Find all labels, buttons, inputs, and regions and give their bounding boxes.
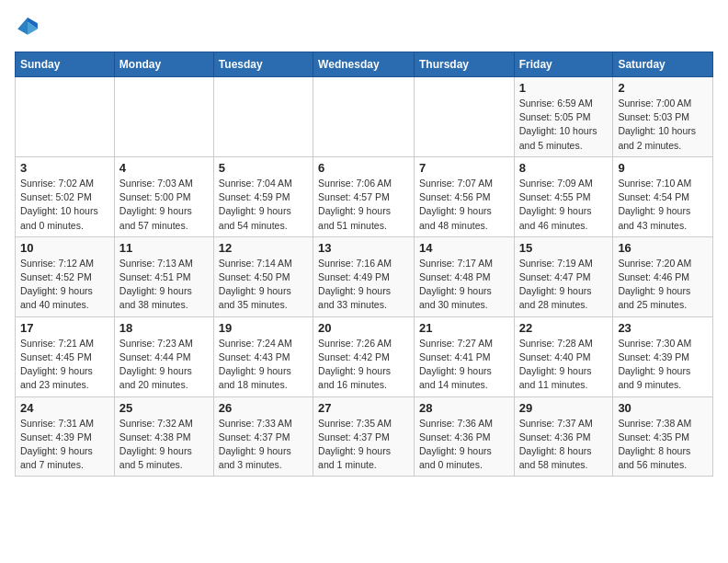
weekday-header: Saturday bbox=[613, 52, 713, 77]
calendar-day-cell: 7Sunrise: 7:07 AM Sunset: 4:56 PM Daylig… bbox=[414, 156, 514, 236]
day-info: Sunrise: 7:04 AM Sunset: 4:59 PM Dayligh… bbox=[219, 177, 308, 233]
calendar-day-cell: 21Sunrise: 7:27 AM Sunset: 4:41 PM Dayli… bbox=[414, 316, 514, 396]
calendar-day-cell: 20Sunrise: 7:26 AM Sunset: 4:42 PM Dayli… bbox=[313, 316, 415, 396]
calendar-day-cell: 9Sunrise: 7:10 AM Sunset: 4:54 PM Daylig… bbox=[613, 156, 713, 236]
day-info: Sunrise: 7:38 AM Sunset: 4:35 PM Dayligh… bbox=[618, 417, 708, 473]
calendar-day-cell bbox=[414, 77, 514, 157]
day-number: 28 bbox=[419, 401, 509, 415]
day-number: 5 bbox=[219, 161, 308, 175]
calendar-day-cell: 13Sunrise: 7:16 AM Sunset: 4:49 PM Dayli… bbox=[313, 236, 415, 316]
weekday-header: Monday bbox=[114, 52, 213, 77]
day-info: Sunrise: 7:02 AM Sunset: 5:02 PM Dayligh… bbox=[20, 177, 109, 233]
calendar-day-cell bbox=[16, 77, 115, 157]
calendar-day-cell: 19Sunrise: 7:24 AM Sunset: 4:43 PM Dayli… bbox=[213, 316, 313, 396]
day-info: Sunrise: 7:30 AM Sunset: 4:39 PM Dayligh… bbox=[618, 337, 708, 393]
calendar-day-cell: 26Sunrise: 7:33 AM Sunset: 4:37 PM Dayli… bbox=[213, 396, 313, 477]
day-info: Sunrise: 7:26 AM Sunset: 4:42 PM Dayligh… bbox=[318, 337, 409, 393]
calendar-day-cell: 15Sunrise: 7:19 AM Sunset: 4:47 PM Dayli… bbox=[514, 236, 613, 316]
day-info: Sunrise: 7:07 AM Sunset: 4:56 PM Dayligh… bbox=[419, 177, 509, 233]
calendar-day-cell: 30Sunrise: 7:38 AM Sunset: 4:35 PM Dayli… bbox=[613, 396, 713, 477]
day-info: Sunrise: 7:32 AM Sunset: 4:38 PM Dayligh… bbox=[119, 417, 209, 473]
calendar-day-cell: 10Sunrise: 7:12 AM Sunset: 4:52 PM Dayli… bbox=[16, 236, 115, 316]
calendar-day-cell: 8Sunrise: 7:09 AM Sunset: 4:55 PM Daylig… bbox=[514, 156, 613, 236]
weekday-header: Friday bbox=[514, 52, 613, 77]
day-number: 17 bbox=[20, 321, 109, 335]
calendar-day-cell bbox=[313, 77, 415, 157]
calendar-day-cell: 27Sunrise: 7:35 AM Sunset: 4:37 PM Dayli… bbox=[313, 396, 415, 477]
day-number: 26 bbox=[219, 401, 308, 415]
day-number: 8 bbox=[519, 161, 609, 175]
weekday-header-row: SundayMondayTuesdayWednesdayThursdayFrid… bbox=[16, 52, 713, 77]
calendar-day-cell: 29Sunrise: 7:37 AM Sunset: 4:36 PM Dayli… bbox=[514, 396, 613, 477]
calendar-week-row: 24Sunrise: 7:31 AM Sunset: 4:39 PM Dayli… bbox=[16, 396, 713, 477]
day-number: 22 bbox=[519, 321, 609, 335]
logo-icon bbox=[15, 15, 40, 40]
day-number: 7 bbox=[419, 161, 509, 175]
day-info: Sunrise: 6:59 AM Sunset: 5:05 PM Dayligh… bbox=[519, 97, 609, 153]
day-info: Sunrise: 7:00 AM Sunset: 5:03 PM Dayligh… bbox=[618, 97, 708, 153]
day-info: Sunrise: 7:14 AM Sunset: 4:50 PM Dayligh… bbox=[219, 257, 308, 313]
day-number: 27 bbox=[318, 401, 409, 415]
day-number: 14 bbox=[419, 241, 509, 255]
calendar-day-cell bbox=[114, 77, 213, 157]
day-number: 18 bbox=[119, 321, 209, 335]
day-info: Sunrise: 7:21 AM Sunset: 4:45 PM Dayligh… bbox=[20, 337, 109, 393]
day-number: 10 bbox=[20, 241, 109, 255]
day-number: 6 bbox=[318, 161, 409, 175]
day-info: Sunrise: 7:10 AM Sunset: 4:54 PM Dayligh… bbox=[618, 177, 708, 233]
day-number: 9 bbox=[618, 161, 708, 175]
day-number: 30 bbox=[618, 401, 708, 415]
day-number: 25 bbox=[119, 401, 209, 415]
calendar-day-cell: 28Sunrise: 7:36 AM Sunset: 4:36 PM Dayli… bbox=[414, 396, 514, 477]
day-info: Sunrise: 7:36 AM Sunset: 4:36 PM Dayligh… bbox=[419, 417, 509, 473]
day-info: Sunrise: 7:20 AM Sunset: 4:46 PM Dayligh… bbox=[618, 257, 708, 313]
day-number: 2 bbox=[618, 81, 708, 95]
day-info: Sunrise: 7:31 AM Sunset: 4:39 PM Dayligh… bbox=[20, 417, 109, 473]
calendar-table: SundayMondayTuesdayWednesdayThursdayFrid… bbox=[15, 52, 713, 477]
calendar-day-cell: 16Sunrise: 7:20 AM Sunset: 4:46 PM Dayli… bbox=[613, 236, 713, 316]
day-info: Sunrise: 7:23 AM Sunset: 4:44 PM Dayligh… bbox=[119, 337, 209, 393]
day-number: 12 bbox=[219, 241, 308, 255]
day-info: Sunrise: 7:12 AM Sunset: 4:52 PM Dayligh… bbox=[20, 257, 109, 313]
calendar-week-row: 10Sunrise: 7:12 AM Sunset: 4:52 PM Dayli… bbox=[16, 236, 713, 316]
svg-marker-2 bbox=[17, 17, 28, 35]
weekday-header: Wednesday bbox=[313, 52, 415, 77]
logo bbox=[15, 15, 42, 40]
day-number: 13 bbox=[318, 241, 409, 255]
day-number: 3 bbox=[20, 161, 109, 175]
calendar-day-cell: 25Sunrise: 7:32 AM Sunset: 4:38 PM Dayli… bbox=[114, 396, 213, 477]
day-info: Sunrise: 7:24 AM Sunset: 4:43 PM Dayligh… bbox=[219, 337, 308, 393]
weekday-header: Thursday bbox=[414, 52, 514, 77]
day-number: 21 bbox=[419, 321, 509, 335]
calendar-day-cell: 6Sunrise: 7:06 AM Sunset: 4:57 PM Daylig… bbox=[313, 156, 415, 236]
day-number: 4 bbox=[119, 161, 209, 175]
day-number: 29 bbox=[519, 401, 609, 415]
day-number: 19 bbox=[219, 321, 308, 335]
day-number: 15 bbox=[519, 241, 609, 255]
day-info: Sunrise: 7:13 AM Sunset: 4:51 PM Dayligh… bbox=[119, 257, 209, 313]
calendar-week-row: 17Sunrise: 7:21 AM Sunset: 4:45 PM Dayli… bbox=[16, 316, 713, 396]
day-number: 24 bbox=[20, 401, 109, 415]
day-number: 16 bbox=[618, 241, 708, 255]
calendar-day-cell: 5Sunrise: 7:04 AM Sunset: 4:59 PM Daylig… bbox=[213, 156, 313, 236]
day-info: Sunrise: 7:09 AM Sunset: 4:55 PM Dayligh… bbox=[519, 177, 609, 233]
calendar-day-cell: 17Sunrise: 7:21 AM Sunset: 4:45 PM Dayli… bbox=[16, 316, 115, 396]
day-info: Sunrise: 7:16 AM Sunset: 4:49 PM Dayligh… bbox=[318, 257, 409, 313]
day-info: Sunrise: 7:35 AM Sunset: 4:37 PM Dayligh… bbox=[318, 417, 409, 473]
day-info: Sunrise: 7:06 AM Sunset: 4:57 PM Dayligh… bbox=[318, 177, 409, 233]
calendar-day-cell: 4Sunrise: 7:03 AM Sunset: 5:00 PM Daylig… bbox=[114, 156, 213, 236]
calendar-day-cell: 23Sunrise: 7:30 AM Sunset: 4:39 PM Dayli… bbox=[613, 316, 713, 396]
day-info: Sunrise: 7:27 AM Sunset: 4:41 PM Dayligh… bbox=[419, 337, 509, 393]
calendar-day-cell: 3Sunrise: 7:02 AM Sunset: 5:02 PM Daylig… bbox=[16, 156, 115, 236]
calendar-day-cell: 2Sunrise: 7:00 AM Sunset: 5:03 PM Daylig… bbox=[613, 77, 713, 157]
calendar-day-cell: 11Sunrise: 7:13 AM Sunset: 4:51 PM Dayli… bbox=[114, 236, 213, 316]
day-info: Sunrise: 7:33 AM Sunset: 4:37 PM Dayligh… bbox=[219, 417, 308, 473]
calendar-day-cell: 24Sunrise: 7:31 AM Sunset: 4:39 PM Dayli… bbox=[16, 396, 115, 477]
calendar-day-cell: 22Sunrise: 7:28 AM Sunset: 4:40 PM Dayli… bbox=[514, 316, 613, 396]
calendar-day-cell: 12Sunrise: 7:14 AM Sunset: 4:50 PM Dayli… bbox=[213, 236, 313, 316]
calendar-week-row: 3Sunrise: 7:02 AM Sunset: 5:02 PM Daylig… bbox=[16, 156, 713, 236]
day-number: 11 bbox=[119, 241, 209, 255]
calendar-day-cell: 14Sunrise: 7:17 AM Sunset: 4:48 PM Dayli… bbox=[414, 236, 514, 316]
calendar-day-cell: 18Sunrise: 7:23 AM Sunset: 4:44 PM Dayli… bbox=[114, 316, 213, 396]
day-info: Sunrise: 7:28 AM Sunset: 4:40 PM Dayligh… bbox=[519, 337, 609, 393]
